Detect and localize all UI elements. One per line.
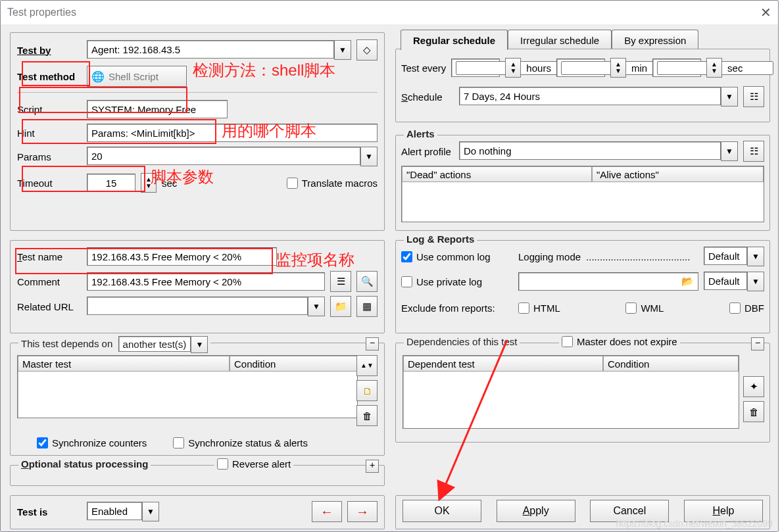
delete-icon[interactable]: 🗑 — [743, 401, 764, 422]
logging-mode-label: Logging mode — [518, 251, 581, 262]
folder-icon[interactable]: 📁 — [330, 296, 351, 317]
window-title: Test properties — [7, 1, 76, 24]
master-test-list[interactable]: Master test Condition — [17, 355, 358, 418]
lightning-icon[interactable]: ✦ — [743, 376, 764, 397]
spin-icon[interactable]: ▲▼ — [505, 58, 521, 78]
translate-macros-checkbox[interactable]: Translate macros — [287, 178, 378, 189]
test-is-combo[interactable]: Enabled — [87, 502, 142, 520]
log-legend: Log & Reports — [404, 233, 477, 245]
new-icon[interactable]: 🗋 — [356, 380, 378, 401]
private-log-path[interactable]: 📂 — [518, 272, 698, 291]
master-no-expire-checkbox[interactable]: Master does not expire — [559, 336, 680, 347]
comment-field[interactable] — [87, 272, 325, 291]
deps-of-legend: Dependencies of this test — [404, 336, 520, 347]
annot-script: 用的哪个脚本 — [222, 120, 316, 141]
collapse-icon[interactable]: − — [366, 337, 379, 351]
reverse-alert-checkbox[interactable]: Reverse alert — [214, 458, 293, 470]
params-label: Params — [17, 151, 82, 162]
optional-legend: Optional status processing — [18, 458, 151, 470]
schedule-edit-icon[interactable]: ☷ — [743, 86, 764, 107]
expand-icon[interactable]: + — [366, 460, 379, 473]
refresh-icon[interactable]: ◇ — [356, 39, 378, 60]
col-condition2: Condition — [603, 356, 739, 372]
use-private-log-checkbox[interactable]: Use private log — [401, 276, 513, 287]
actions-list[interactable]: "Dead" actions "Alive actions" — [401, 166, 764, 222]
depends-on-legend: This test depends on another test(s) ▼ — [18, 336, 210, 353]
alert-profile-combo[interactable]: Do nothing — [459, 141, 721, 160]
test-by-combo[interactable] — [87, 40, 334, 59]
globe-icon: 🌐 — [91, 70, 105, 83]
col-dependent: Dependent test — [403, 356, 603, 372]
folder-open-icon[interactable]: 📂 — [681, 276, 694, 287]
col-condition: Condition — [230, 356, 357, 372]
col-master-test: Master test — [18, 356, 230, 372]
spin-icon[interactable]: ▲▼ — [610, 58, 626, 78]
exclude-dbf-checkbox[interactable]: DBF — [729, 302, 764, 314]
hours-field[interactable] — [451, 59, 500, 77]
separator — [17, 92, 378, 93]
browser-icon[interactable]: ▦ — [356, 296, 378, 317]
timeout-field[interactable] — [87, 174, 135, 192]
apply-button[interactable]: Apply — [497, 500, 575, 522]
alerts-legend: Alerts — [404, 128, 437, 139]
sec-field[interactable] — [652, 59, 701, 77]
title-bar: Test properties ✕ — [1, 1, 778, 24]
col-dead: "Dead" actions — [402, 166, 592, 182]
combo-drop-icon[interactable]: ▼ — [360, 147, 378, 166]
annot-params: 脚本参数 — [151, 166, 214, 187]
spin-icon[interactable]: ▲▼ — [706, 58, 722, 78]
next-arrow-icon[interactable]: → — [347, 501, 378, 522]
close-icon[interactable]: ✕ — [760, 1, 771, 24]
test-by-label: Test by — [17, 45, 82, 56]
sort-icon[interactable]: ▲▼ — [356, 355, 378, 376]
combo-drop-icon[interactable]: ▼ — [142, 502, 159, 521]
test-every-label: Test every — [401, 62, 446, 74]
exclude-wml-checkbox[interactable]: WML — [625, 302, 664, 314]
exclude-html-checkbox[interactable]: HTML — [518, 302, 560, 314]
test-is-label: Test is — [17, 506, 82, 518]
related-url-field[interactable] — [87, 297, 308, 315]
logging-mode-combo[interactable]: Default — [704, 247, 747, 265]
alert-edit-icon[interactable]: ☷ — [743, 141, 764, 162]
combo-drop-icon[interactable]: ▼ — [191, 336, 208, 353]
edit-lines-icon[interactable]: ☰ — [330, 271, 351, 292]
private-mode-combo[interactable]: Default — [704, 272, 747, 290]
test-method-button[interactable]: 🌐 Shell Script — [87, 66, 187, 87]
script-field[interactable] — [87, 100, 228, 118]
test-name-field[interactable] — [87, 247, 277, 266]
sec-label2: sec — [727, 62, 743, 74]
combo-drop-icon[interactable]: ▼ — [747, 247, 764, 266]
test-name-label: Test name — [17, 251, 82, 262]
prev-arrow-icon[interactable]: ← — [312, 501, 342, 522]
ok-button[interactable]: OK — [402, 500, 481, 522]
min-label: min — [631, 62, 647, 74]
sync-status-checkbox[interactable]: Synchronize status & alerts — [173, 437, 308, 448]
tab-expr[interactable]: By expression — [612, 30, 698, 50]
tab-regular[interactable]: Regular schedule — [401, 30, 508, 50]
delete-icon[interactable]: 🗑 — [356, 405, 378, 426]
hint-label: Hint — [17, 128, 82, 139]
combo-drop-icon[interactable]: ▼ — [721, 141, 738, 161]
hours-label: hours — [526, 62, 551, 74]
combo-drop-icon[interactable]: ▼ — [334, 40, 351, 60]
alert-profile-label: Alert profile — [401, 146, 454, 157]
combo-drop-icon[interactable]: ▼ — [308, 297, 325, 316]
search-icon[interactable]: 🔍 — [356, 271, 378, 292]
combo-drop-icon[interactable]: ▼ — [721, 87, 738, 107]
tab-irregular[interactable]: Irregular schedule — [508, 30, 612, 50]
combo-drop-icon[interactable]: ▼ — [747, 272, 764, 291]
sync-counters-checkbox[interactable]: Synchronize counters — [37, 437, 147, 448]
schedule-label: Schedule — [401, 91, 454, 103]
comment-label: Comment — [17, 276, 82, 287]
watermark: https://blog.csdn.net/weixin_38522099 — [616, 518, 773, 529]
dependent-list[interactable]: Dependent test Condition — [402, 355, 739, 429]
timeout-label: Timeout — [17, 178, 82, 189]
collapse-icon[interactable]: − — [751, 337, 764, 351]
depends-mode-combo[interactable]: another test(s) — [118, 336, 191, 352]
params-field[interactable] — [87, 147, 360, 165]
schedule-combo[interactable]: 7 Days, 24 Hours — [459, 87, 721, 105]
annot-name: 监控项名称 — [276, 249, 354, 270]
min-field[interactable] — [556, 59, 605, 77]
test-method-label: Test method — [17, 71, 82, 82]
use-common-log-checkbox[interactable]: Use common log — [401, 251, 513, 262]
